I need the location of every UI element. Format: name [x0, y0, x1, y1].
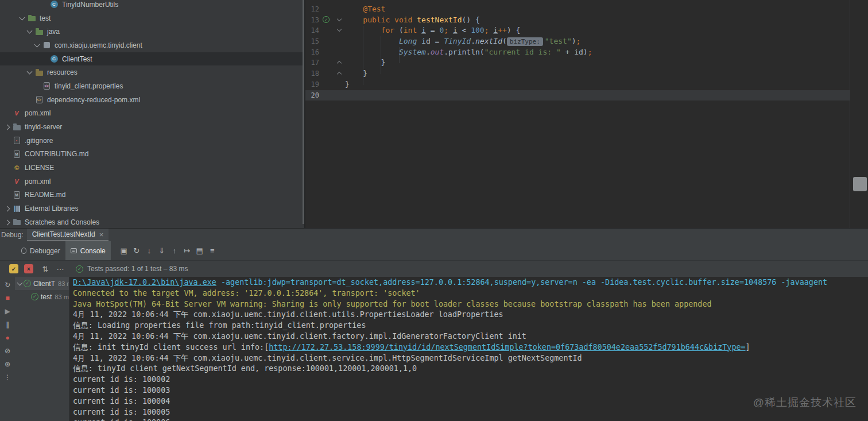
console-text: current id is: 100004: [73, 397, 170, 405]
scroll-up-icon[interactable]: ↑: [168, 246, 181, 255]
tab-debugger[interactable]: Debugger: [16, 241, 65, 260]
tree-item-gitignore[interactable]: •.gitignore: [0, 134, 304, 148]
editor-line-12[interactable]: 12 @Test: [305, 4, 868, 15]
fold-up-icon[interactable]: [336, 71, 342, 76]
editor-line-19[interactable]: 19}: [305, 79, 868, 90]
tree-item-clienttest[interactable]: CClientTest: [0, 52, 304, 66]
maven-file-icon: V: [11, 177, 22, 186]
tree-item-external-libraries[interactable]: External Libraries: [0, 202, 304, 215]
tests-passed-icon: ✓: [76, 265, 83, 273]
chevron-down-icon[interactable]: [18, 14, 26, 22]
mute-breakpoints-icon[interactable]: ⊘: [5, 345, 10, 358]
chevron-spacer: [24, 293, 31, 301]
debug-header-row: Debug: ClientTest.testNextId ×: [0, 229, 868, 241]
close-icon[interactable]: ×: [99, 230, 104, 239]
chevron-down-icon[interactable]: [33, 41, 41, 49]
chevron-right-icon[interactable]: [3, 218, 11, 226]
editor-line-18[interactable]: 18 }: [305, 68, 868, 79]
scratches-icon: [11, 218, 22, 227]
code-text: }: [345, 79, 350, 90]
tree-item-test[interactable]: test: [0, 11, 304, 25]
tree-item-dependency-reduced-pom-xml[interactable]: <>dependency-reduced-pom.xml: [0, 93, 304, 107]
tree-item-tinyid-server[interactable]: tinyid-server: [0, 120, 304, 134]
fold-up-icon[interactable]: [336, 60, 342, 65]
project-tree: CTinyIdNumberUtilstestjavacom.xiaoju.uem…: [0, 0, 304, 228]
tree-item-tinyid-client-properties[interactable]: <>tinyid_client.properties: [0, 79, 304, 93]
chevron-down-icon[interactable]: [26, 28, 34, 36]
console-link[interactable]: http://172.27.53.158:9999/tinyid/id/next…: [269, 343, 745, 352]
rerun-debug-icon[interactable]: ↻: [5, 279, 10, 292]
rerun-icon[interactable]: ↻: [130, 246, 143, 255]
chevron-right-icon[interactable]: [3, 123, 11, 131]
chevron-spacer: [41, 55, 49, 63]
test-duration: 83 ms: [58, 280, 69, 287]
console-line: 4月 11, 2022 10:06:44 下午 com.xiaoju.uemc.…: [73, 310, 868, 320]
chevron-right-icon[interactable]: [3, 204, 11, 213]
tree-item-java[interactable]: java: [0, 25, 304, 38]
editor-line-17[interactable]: 17 }: [305, 57, 868, 68]
code-text: @Test: [345, 4, 385, 15]
tree-item-label: CONTRIBUTING.md: [25, 150, 88, 158]
scroll-down-icon[interactable]: ↓: [143, 246, 156, 255]
more-options-icon[interactable]: ⋯: [54, 265, 67, 273]
code-text: }: [345, 57, 385, 68]
layout-icon[interactable]: ▤: [193, 246, 206, 255]
tree-item-label: test: [40, 14, 51, 22]
soft-wrap-icon[interactable]: ▣: [118, 246, 130, 255]
ignore-file-icon: •: [11, 136, 22, 145]
tree-item-label: resources: [47, 68, 78, 76]
console-line: current id is: 100003: [73, 385, 868, 396]
show-failed-icon[interactable]: ×: [24, 264, 33, 273]
debug-view-tabs: DebuggerConsole: [16, 241, 111, 260]
chevron-spacer: [3, 109, 11, 117]
console-line: 4月 11, 2022 10:06:44 下午 com.xiaoju.uemc.…: [73, 331, 868, 342]
test-result-clientt[interactable]: ✓ClientT83 ms: [15, 277, 69, 290]
show-passed-icon[interactable]: ✓: [9, 264, 18, 273]
editor-panel[interactable]: 12 @Test13✓ public void testNextId() {14…: [305, 0, 868, 228]
tree-item-pom-xml[interactable]: Vpom.xml: [0, 107, 304, 121]
editor-line-16[interactable]: 16 System.out.println("current id is: " …: [305, 47, 868, 58]
tab-console[interactable]: Console: [65, 241, 111, 260]
tree-item-resources[interactable]: resources: [0, 65, 304, 79]
project-scrollbar[interactable]: [303, 0, 304, 224]
tree-item-scratches-and-consoles[interactable]: Scratches and Consoles: [0, 215, 304, 228]
editor-line-15[interactable]: 15 Long id = TinyId.nextId(bizType:"test…: [305, 36, 868, 47]
settings-icon[interactable]: ⊛: [5, 358, 10, 372]
editor-scrollbar-thumb[interactable]: [853, 177, 867, 191]
view-breakpoints-icon[interactable]: ●: [5, 332, 9, 345]
sort-alphabetically-icon[interactable]: ⇅: [39, 265, 52, 273]
pause-icon[interactable]: ∥: [6, 319, 9, 332]
chevron-down-icon[interactable]: [26, 68, 34, 76]
pin-icon[interactable]: ⋮: [4, 372, 11, 385]
scroll-to-end-icon[interactable]: ⇓: [156, 246, 168, 255]
code-text: System.out.println("current id is: " + i…: [345, 47, 592, 58]
resume-icon[interactable]: ▶: [5, 306, 10, 319]
stop-icon[interactable]: ■: [5, 292, 9, 306]
goto-icon[interactable]: ↦: [181, 246, 193, 255]
fold-down-icon[interactable]: [336, 28, 342, 33]
view-options-icon[interactable]: ≡: [206, 246, 219, 255]
tree-item-license[interactable]: ©LICENSE: [0, 161, 304, 175]
test-passed-gutter-icon[interactable]: ✓: [323, 16, 330, 23]
parameter-hint-chip[interactable]: bizType:: [507, 37, 543, 46]
console-text: Java HotSpot(TM) 64-Bit Server VM warnin…: [73, 300, 712, 308]
editor-line-20[interactable]: 20: [305, 90, 850, 101]
console-link[interactable]: D:\Java\jdk-17.0.2\bin\java.exe: [73, 278, 216, 287]
editor-line-13[interactable]: 13✓ public void testNextId() {: [305, 15, 868, 26]
chevron-spacer: [26, 96, 34, 104]
tree-item-contributing-md[interactable]: MCONTRIBUTING.md: [0, 148, 304, 161]
tree-item-com-xiaoju-uemc-tinyid-client[interactable]: com.xiaoju.uemc.tinyid.client: [0, 38, 304, 52]
fold-down-icon[interactable]: [336, 17, 342, 23]
chevron-down-icon[interactable]: [16, 280, 24, 288]
editor-line-14[interactable]: 14 for (int i = 0; i < 100; i++) {: [305, 25, 868, 36]
line-number: 16: [305, 47, 319, 58]
console-output[interactable]: D:\Java\jdk-17.0.2\bin\java.exe -agentli…: [69, 277, 868, 421]
tree-item-pom-xml[interactable]: Vpom.xml: [0, 175, 304, 188]
test-result-test[interactable]: ✓test83 ms: [15, 290, 69, 303]
console-line: 信息: tinyId client getNextSegmentId end, …: [73, 364, 868, 374]
chevron-spacer: [41, 1, 49, 9]
tree-item-tinyidnumberutils[interactable]: CTinyIdNumberUtils: [0, 0, 304, 11]
tree-item-readme-md[interactable]: MREADME.md: [0, 188, 304, 202]
debug-session-tab[interactable]: ClientTest.testNextId ×: [27, 229, 109, 241]
console-line: 4月 11, 2022 10:06:44 下午 com.xiaoju.uemc.…: [73, 353, 868, 364]
